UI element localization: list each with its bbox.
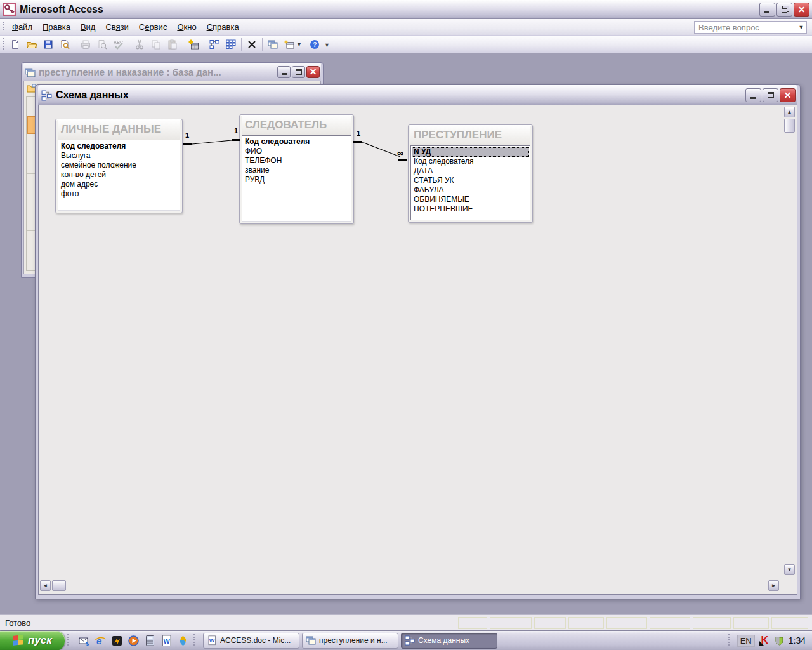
field-row[interactable]: Код следователя [243,137,350,147]
shield-icon[interactable] [775,636,784,646]
help-button[interactable]: ? [307,37,322,52]
kaspersky-icon[interactable]: K [759,635,770,646]
table-title[interactable]: ЛИЧНЫЕ ДАННЫЕ [58,119,180,140]
app-title: Microsoft Access [20,4,759,15]
svg-text:W: W [209,637,215,644]
field-row[interactable]: звание [243,166,350,175]
table-title[interactable]: СЛЕДОВАТЕЛЬ [242,115,351,135]
database-maximize-button[interactable] [292,66,305,78]
menu-view[interactable]: Вид [75,20,101,34]
toolbar-options-icon[interactable]: ▼ [324,41,330,48]
field-row[interactable]: ФАБУЛА [412,185,529,195]
vscroll-thumb[interactable] [784,119,795,133]
database-window-titlebar[interactable]: преступление и наказание : база дан... ✕ [23,63,321,81]
clock: 1:34 [789,635,806,646]
calculator-icon[interactable] [143,633,157,647]
quicklaunch-grip[interactable] [67,634,70,647]
task-buttons: WACCESS.doc - Mic...преступление и н...С… [203,633,497,649]
horizontal-scrollbar[interactable]: ◄ ► [40,580,779,591]
field-row[interactable]: ДАТА [412,166,529,176]
show-table-button[interactable] [186,37,201,52]
paste-button [165,37,180,52]
new-object-button[interactable] [282,37,297,52]
field-row[interactable]: ПОТЕРПЕВШИЕ [412,204,529,214]
scroll-up-icon[interactable]: ▲ [784,107,795,117]
relationships-diagram: ЛИЧНЫЕ ДАННЫЕКод следователяВыслугасемей… [39,105,797,594]
tray-grip[interactable] [728,634,731,647]
svg-text:e: e [96,635,102,646]
schema-close-button[interactable]: ✕ [780,88,796,102]
table-3[interactable]: ПРЕСТУПЛЕНИЕN УДКод следователяДАТАСТАТЬ… [408,124,533,223]
internet-explorer-icon[interactable]: e [93,633,107,647]
field-row[interactable]: дом адрес [59,180,179,189]
table-title[interactable]: ПРЕСТУПЛЕНИЕ [410,125,530,145]
schema-minimize-button[interactable] [745,88,761,102]
table-fields: Код следователяВыслугасемейное положение… [58,140,180,211]
chevron-down-icon[interactable]: ▼ [796,24,806,30]
open-button[interactable] [24,37,39,52]
winamp-icon[interactable] [110,633,124,647]
start-button[interactable]: пуск [0,631,65,650]
delete-button[interactable] [244,37,259,52]
schema-window-title: Схема данных [56,90,745,101]
menu-help[interactable]: Справка [202,20,244,34]
field-row[interactable]: фото [59,189,179,199]
print-button [78,37,93,52]
database-close-button[interactable]: ✕ [306,66,320,78]
new-button[interactable] [8,37,23,52]
word-icon[interactable]: W [159,633,173,647]
toolbar-grip[interactable] [2,38,5,50]
menu-window[interactable]: Окно [172,20,201,34]
field-row[interactable]: семейное положение [59,161,179,170]
field-row[interactable]: ФИО [243,147,350,156]
app-restore-button[interactable] [776,3,792,17]
schema-window[interactable]: Схема данных ✕ ЛИЧНЫЕ ДАННЫЕКод следоват… [35,84,801,599]
scroll-left-icon[interactable]: ◄ [40,580,51,591]
field-row[interactable]: Код следователя [412,157,529,166]
app-minimize-button[interactable] [759,3,775,17]
hscroll-thumb[interactable] [52,580,66,591]
ask-question-box[interactable]: Введите вопрос ▼ [694,21,807,34]
field-row[interactable]: N УД [412,147,529,157]
taskbar-task-3[interactable]: Схема данных [401,633,497,649]
file-search-button[interactable] [57,37,72,52]
taskbar-task-2[interactable]: преступление и н... [302,633,398,649]
database-window-button[interactable] [265,37,280,52]
outlook-express-icon[interactable] [77,633,91,647]
save-button[interactable] [41,37,56,52]
schema-titlebar[interactable]: Схема данных ✕ [38,85,797,105]
menu-tools[interactable]: Сервис [134,20,173,34]
menu-edit[interactable]: Правка [37,20,75,34]
table-2[interactable]: СЛЕДОВАТЕЛЬКод следователяФИОТЕЛЕФОНзван… [239,114,354,224]
menu-relationships[interactable]: Связи [100,20,133,34]
new-object-dropdown-icon[interactable]: ▼ [296,41,302,48]
schema-maximize-button[interactable] [763,88,778,102]
field-row[interactable]: Код следователя [59,142,179,151]
vertical-scrollbar[interactable]: ▲ ▼ [784,107,795,575]
quick-launch: eW [75,633,191,647]
table-1[interactable]: ЛИЧНЫЕ ДАННЫЕКод следователяВыслугасемей… [55,119,183,213]
all-relationships-button[interactable] [223,37,239,52]
tasks-grip[interactable] [193,634,196,647]
database-minimize-button[interactable] [277,66,291,78]
msn-icon[interactable] [176,633,190,647]
media-player-icon[interactable] [126,633,140,647]
direct-relationships-button[interactable] [207,37,222,52]
scroll-right-icon[interactable]: ► [768,580,779,591]
field-row[interactable]: кол-во детей [59,170,179,180]
menubar-grip[interactable] [2,22,5,33]
field-row[interactable]: ОБВИНЯЕМЫЕ [412,195,529,204]
field-row[interactable]: Выслуга [59,151,179,161]
toolbar-separator [75,38,75,51]
table-fields: N УДКод следователяДАТАСТАТЬЯ УКФАБУЛАОБ… [410,145,530,220]
field-row[interactable]: СТАТЬЯ УК [412,176,529,185]
database-window-icon [25,67,36,77]
scroll-down-icon[interactable]: ▼ [784,564,795,575]
menu-file[interactable]: Файл [7,20,37,34]
field-row[interactable]: РУВД [243,175,350,185]
field-row[interactable]: ТЕЛЕФОН [243,156,350,166]
spelling-button: ABC [111,37,126,52]
app-close-button[interactable]: ✕ [794,3,809,17]
taskbar-task-1[interactable]: WACCESS.doc - Mic... [203,633,299,649]
language-indicator[interactable]: EN [737,635,755,647]
